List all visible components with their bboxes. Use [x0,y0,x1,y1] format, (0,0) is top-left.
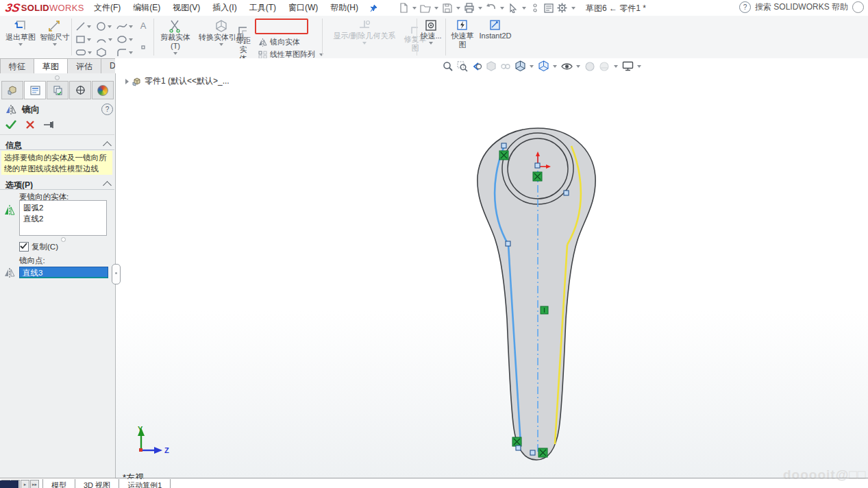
slot-caret[interactable] [88,51,92,54]
tab-display-manager[interactable] [92,81,114,99]
sketch-canvas[interactable]: Y Z [115,58,868,478]
relation-badge[interactable] [541,306,548,314]
selection-toggle-icon[interactable] [529,2,541,14]
save-caret[interactable] [456,7,460,10]
line-tool-icon[interactable] [75,20,96,33]
relation-badge[interactable] [533,172,542,181]
ok-button[interactable] [5,120,16,129]
polygon-tool-icon[interactable] [96,46,116,59]
exit-sketch-button[interactable]: 退出草图 [4,19,37,46]
tab-model[interactable]: 模型 [42,479,75,488]
menu-edit[interactable]: 编辑(E) [127,0,166,16]
line-caret[interactable] [87,25,91,28]
panel-splitter-handle[interactable] [112,264,121,284]
tab-motion-study[interactable]: 运动算例1 [119,479,171,488]
print-icon[interactable] [463,2,475,14]
info-message-line1: 选择要镜向的实体及一镜向所 [4,152,111,163]
entity-item[interactable]: 直线2 [23,213,106,224]
copy-checkbox-label[interactable]: 复制(C) [32,242,58,252]
search-icon[interactable] [852,1,864,13]
spline-caret[interactable] [129,25,133,28]
pin-menu-icon[interactable] [367,2,380,14]
tab-sketch[interactable]: 草图 [34,58,68,73]
options-collapse-icon[interactable] [103,181,112,190]
open-icon[interactable] [419,2,432,14]
smart-dimension-label: 智能尺寸 [38,33,71,42]
linear-pattern-caret[interactable] [319,53,323,56]
panel-grip-icon[interactable] [55,75,60,80]
tab-property-manager[interactable] [24,81,46,99]
fillet-caret[interactable] [129,51,133,54]
print-caret[interactable] [478,7,482,10]
relation-badge[interactable] [499,151,508,160]
mirror-about-field[interactable]: 直线3 [19,267,108,278]
arc-tool-icon[interactable] [96,33,116,46]
pin-button[interactable] [44,121,55,128]
menu-window[interactable]: 窗口(W) [282,0,324,16]
new-document-icon[interactable] [397,2,410,14]
tab-features[interactable]: 特征 [0,58,34,73]
listbox-resize-handle[interactable] [61,237,66,242]
slot-tool-icon[interactable] [75,46,96,59]
copy-checkbox[interactable] [19,242,29,252]
rectangle-tool-icon[interactable] [75,33,96,46]
select-caret[interactable] [522,7,526,10]
relation-badge[interactable] [538,448,547,457]
search-help-label[interactable]: 搜索 SOLIDWORKS 帮助 [755,1,848,13]
point-tool-icon[interactable] [140,45,146,50]
relation-badge[interactable] [512,437,521,446]
tab-dimxpert-manager[interactable] [69,81,91,99]
help-search[interactable]: ? 搜索 SOLIDWORKS 帮助 [739,1,864,13]
quick-snaps-caret[interactable] [429,42,433,45]
menu-insert[interactable]: 插入(I) [206,0,243,16]
save-icon[interactable] [441,2,454,14]
instant2d-icon [489,19,501,32]
nav-next-button[interactable]: ▸ [21,480,29,488]
tab-feature-manager[interactable] [1,81,23,99]
text-tool-icon[interactable]: A [137,21,149,30]
mirror-entities-button[interactable]: 镜向实体 [258,37,300,47]
tab-configuration-manager[interactable] [47,81,69,99]
menu-help[interactable]: 帮助(H) [324,0,364,16]
menu-tools[interactable]: 工具(T) [243,0,282,16]
quick-access-toolbar [397,2,577,14]
undo-icon[interactable] [485,2,497,14]
instant2d-button[interactable]: Instant2D [478,19,513,40]
fillet-tool-icon[interactable] [116,46,137,59]
smart-dimension-caret[interactable] [53,43,57,46]
tab-evaluate[interactable]: 评估 [67,58,101,73]
pm-help-icon[interactable]: ? [101,103,113,115]
entity-item[interactable]: 圆弧2 [23,202,106,213]
rectangle-caret[interactable] [87,38,91,41]
circle-caret[interactable] [108,25,112,28]
trim-entities-button[interactable]: 剪裁实体(T) [156,19,195,55]
ellipse-tool-icon[interactable] [116,33,137,46]
rapid-sketch-button[interactable]: 快速草 图 [449,19,476,49]
nav-last-button[interactable]: ▸▸ [30,480,39,488]
menu-view[interactable]: 视图(V) [166,0,206,16]
smart-dimension-button[interactable]: 智能尺寸 [38,19,71,46]
new-document-caret[interactable] [412,7,417,10]
help-circle-icon[interactable]: ? [739,1,751,13]
open-caret[interactable] [434,7,438,10]
convert-entities-caret[interactable] [219,43,223,46]
cancel-button[interactable] [26,121,34,129]
circle-tool-icon[interactable] [96,20,116,33]
select-cursor-icon[interactable] [507,2,519,14]
ellipse-caret[interactable] [129,38,133,41]
task-pane-icon[interactable] [543,2,555,14]
options-caret[interactable] [571,7,575,10]
entities-to-mirror-listbox[interactable]: 圆弧2 直线2 [19,200,107,236]
info-collapse-icon[interactable] [103,141,112,150]
tab-3d-views[interactable]: 3D 视图 [75,479,119,488]
offset-entities-button[interactable]: 等距实 体 [233,25,253,63]
options-gear-icon[interactable] [556,2,569,14]
spline-tool-icon[interactable] [116,20,137,33]
undo-caret[interactable] [500,7,504,10]
trim-caret[interactable] [173,52,177,55]
reference-triad: Y Z [138,425,169,454]
quick-snaps-button[interactable]: 快速... [419,19,443,45]
arc-caret[interactable] [108,38,112,41]
menu-file[interactable]: 文件(F) [88,0,127,16]
exit-sketch-caret[interactable] [18,43,23,46]
